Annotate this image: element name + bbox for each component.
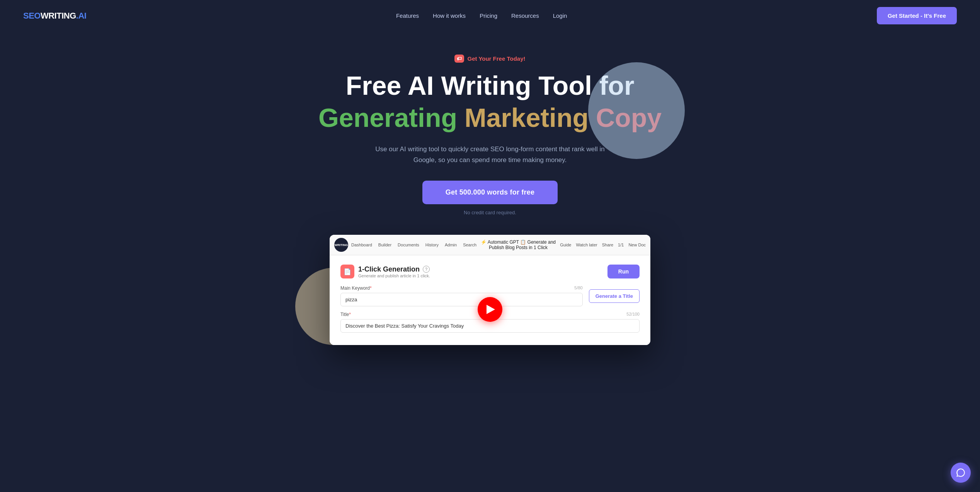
yt-watch-later[interactable]: Watch later bbox=[576, 243, 597, 247]
yt-new-doc[interactable]: New Doc bbox=[628, 243, 646, 247]
nav-item-pricing[interactable]: Pricing bbox=[480, 12, 497, 19]
keyword-label: Main Keyword* bbox=[340, 285, 372, 291]
logo-ai: AI bbox=[78, 11, 86, 21]
hero-word-generating: Generating bbox=[318, 103, 457, 132]
badge-text: Get Your Free Today! bbox=[467, 55, 525, 62]
title-required: * bbox=[349, 312, 351, 317]
yt-share[interactable]: Share bbox=[602, 243, 613, 247]
nav-item-features[interactable]: Features bbox=[396, 12, 419, 19]
yt-logo-text: WRITING bbox=[335, 243, 348, 247]
yt-nav-admin[interactable]: Admin bbox=[445, 243, 457, 247]
video-frame: WRITING Dashboard Builder Documents Hist… bbox=[330, 235, 650, 345]
keyword-group: Main Keyword* 5/80 bbox=[340, 285, 583, 306]
section-subtitle: Generate and publish article in 1 click. bbox=[358, 273, 430, 278]
nav-item-login[interactable]: Login bbox=[553, 12, 567, 19]
hero-subtitle: Use our AI writing tool to quickly creat… bbox=[370, 144, 610, 166]
section-title-row: 📄 1-Click Generation ? Generate and publ… bbox=[340, 265, 430, 278]
no-cc-text: No credit card required. bbox=[464, 210, 516, 215]
title-count: 52/100 bbox=[626, 312, 640, 317]
yt-nav-builder[interactable]: Builder bbox=[378, 243, 391, 247]
yt-title-bar: ⚡ Automatic GPT 📋 Generate and Publish B… bbox=[480, 239, 557, 250]
help-icon[interactable]: ? bbox=[423, 266, 430, 273]
keyword-required: * bbox=[370, 285, 372, 291]
nav-item-resources[interactable]: Resources bbox=[511, 12, 539, 19]
yt-nav-documents[interactable]: Documents bbox=[398, 243, 419, 247]
hero-cta-button[interactable]: Get 500.000 words for free bbox=[422, 181, 558, 204]
run-button[interactable]: Run bbox=[607, 265, 640, 278]
logo-seo: SEO bbox=[23, 11, 41, 21]
title-label: Title* bbox=[340, 312, 351, 317]
yt-play-button[interactable] bbox=[478, 297, 502, 322]
hero-section: 🏷 Get Your Free Today! Free AI Writing T… bbox=[0, 31, 980, 345]
yt-play-overlay bbox=[478, 297, 502, 322]
chat-icon bbox=[956, 468, 966, 478]
yt-nav-items: Dashboard Builder Documents History Admi… bbox=[351, 243, 476, 247]
section-title: 1-Click Generation bbox=[358, 265, 420, 273]
video-wrapper: WRITING Dashboard Builder Documents Hist… bbox=[330, 235, 650, 345]
nav-links: Features How it works Pricing Resources … bbox=[396, 12, 567, 19]
section-header: 📄 1-Click Generation ? Generate and publ… bbox=[340, 265, 640, 278]
cta-button[interactable]: Get Started - It's Free bbox=[877, 7, 957, 24]
keyword-label-row: Main Keyword* 5/80 bbox=[340, 285, 583, 291]
hero-badge: 🏷 Get Your Free Today! bbox=[454, 55, 525, 63]
generate-title-button[interactable]: Generate a Title bbox=[589, 289, 640, 303]
yt-logo-mini: WRITING bbox=[334, 238, 348, 252]
yt-pagination: 1/1 bbox=[618, 243, 624, 247]
badge-icon: 🏷 bbox=[454, 55, 464, 63]
navbar: SEOWRITING.AI Features How it works Pric… bbox=[0, 0, 980, 31]
logo[interactable]: SEOWRITING.AI bbox=[23, 11, 86, 21]
yt-nav-history[interactable]: History bbox=[425, 243, 439, 247]
section-icon-box: 📄 bbox=[340, 265, 354, 278]
keyword-count: 5/80 bbox=[574, 285, 582, 291]
yt-guide[interactable]: Guide bbox=[560, 243, 571, 247]
yt-actions: Guide Watch later Share 1/1 New Doc bbox=[560, 243, 646, 247]
deco-circle-blue bbox=[588, 62, 685, 159]
yt-bar: WRITING Dashboard Builder Documents Hist… bbox=[330, 235, 650, 255]
yt-nav-dashboard[interactable]: Dashboard bbox=[351, 243, 372, 247]
nav-item-how-it-works[interactable]: How it works bbox=[433, 12, 466, 19]
chat-bubble[interactable] bbox=[951, 463, 971, 483]
logo-writing: WRITING bbox=[41, 11, 76, 21]
section-icon: 📄 bbox=[344, 268, 351, 275]
yt-nav-search[interactable]: Search bbox=[463, 243, 476, 247]
keyword-input[interactable] bbox=[340, 293, 583, 306]
hero-word-marketing: Marketing bbox=[464, 103, 589, 132]
